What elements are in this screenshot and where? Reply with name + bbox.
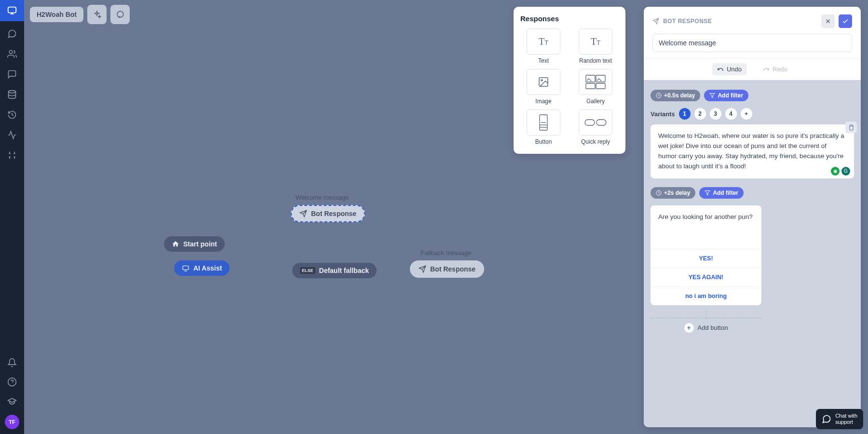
- else-tag: ELSE: [300, 267, 315, 274]
- history-icon[interactable]: [6, 109, 18, 121]
- response-type-gallery[interactable]: Gallery: [572, 69, 619, 105]
- add-button-row[interactable]: + Add button: [651, 318, 761, 333]
- flows-icon[interactable]: [6, 28, 18, 40]
- confirm-panel-button[interactable]: [839, 14, 852, 28]
- users-icon[interactable]: [6, 48, 18, 60]
- button-card-prompt[interactable]: Are you looking for another pun?: [651, 205, 761, 249]
- variant-2[interactable]: 2: [694, 108, 706, 120]
- bot-response-node-fallback[interactable]: Bot Response: [410, 260, 484, 278]
- database-icon[interactable]: [6, 89, 18, 100]
- response-type-button[interactable]: Button: [520, 109, 567, 145]
- start-point-node[interactable]: Start point: [164, 236, 225, 252]
- response-type-text[interactable]: TT Text: [520, 28, 567, 64]
- delay-pill-2[interactable]: +2s delay: [651, 187, 695, 199]
- variant-3[interactable]: 3: [710, 108, 721, 120]
- sparkle-button[interactable]: [87, 5, 107, 24]
- card-button-3[interactable]: no i am boring: [651, 286, 761, 305]
- bot-response-label: Bot Response: [311, 210, 356, 217]
- bot-response-label-2: Bot Response: [430, 265, 475, 273]
- notifications-icon[interactable]: [6, 357, 18, 368]
- card-button-2[interactable]: YES AGAIN!: [651, 268, 761, 286]
- card-button-1[interactable]: YES!: [651, 249, 761, 268]
- svg-rect-8: [596, 75, 605, 82]
- redo-button: Redo: [758, 63, 792, 75]
- add-filter-pill-1[interactable]: Add filter: [704, 90, 748, 101]
- response-type-quick-reply[interactable]: Quick reply: [572, 109, 619, 145]
- integrations-icon[interactable]: [6, 149, 18, 161]
- test-chat-button[interactable]: [110, 5, 130, 24]
- svg-marker-18: [710, 94, 715, 98]
- message-text[interactable]: Welcome to H2woah, where our water is so…: [658, 131, 846, 172]
- undo-button[interactable]: Undo: [712, 63, 746, 75]
- plus-icon: +: [684, 323, 694, 333]
- response-name-input[interactable]: [652, 34, 852, 52]
- fallback-node-label: Fallback message: [412, 249, 480, 257]
- chat-widget-line2: support: [835, 419, 857, 425]
- user-avatar[interactable]: TF: [5, 415, 19, 429]
- add-variant-button[interactable]: +: [741, 108, 752, 120]
- svg-rect-10: [596, 83, 605, 89]
- response-type-image[interactable]: Image: [520, 69, 567, 105]
- delete-message-button[interactable]: [845, 122, 857, 133]
- bot-name-chip[interactable]: H2Woah Bot: [30, 7, 83, 22]
- help-icon[interactable]: [6, 376, 18, 388]
- message-text-card[interactable]: Welcome to H2woah, where our water is so…: [651, 124, 854, 178]
- button-card[interactable]: Are you looking for another pun? YES! YE…: [651, 205, 761, 305]
- start-point-label: Start point: [183, 240, 217, 248]
- svg-point-2: [9, 91, 16, 93]
- academy-icon[interactable]: [6, 395, 18, 407]
- bot-response-node-welcome[interactable]: Bot Response: [291, 205, 365, 222]
- ai-assist-node[interactable]: AI Assist: [174, 260, 230, 276]
- svg-marker-20: [705, 190, 710, 195]
- ai-assist-label: AI Assist: [193, 264, 222, 272]
- default-fallback-node[interactable]: ELSE Default fallback: [292, 263, 377, 278]
- grammarly-badge: G: [841, 167, 850, 176]
- svg-rect-0: [8, 7, 16, 13]
- svg-point-6: [541, 80, 542, 81]
- support-chat-widget[interactable]: Chat with support: [816, 409, 863, 429]
- svg-point-1: [9, 51, 13, 54]
- app-sidebar: TF: [0, 0, 24, 434]
- status-badge-green: ◉: [831, 167, 840, 176]
- analytics-icon[interactable]: [6, 129, 18, 141]
- close-panel-button[interactable]: [821, 14, 835, 28]
- add-filter-pill-2[interactable]: Add filter: [699, 187, 744, 199]
- panel-title: BOT RESPONSE: [652, 18, 712, 25]
- svg-rect-7: [586, 75, 595, 82]
- response-type-random-text[interactable]: TT Random text: [572, 28, 619, 64]
- delay-pill-1[interactable]: +0.5s delay: [651, 90, 700, 101]
- chat-widget-line1: Chat with: [835, 413, 857, 419]
- variants-row: Variants 1 2 3 4 +: [651, 108, 854, 120]
- default-fallback-label: Default fallback: [319, 267, 369, 274]
- variant-1[interactable]: 1: [679, 108, 691, 120]
- top-bar: H2Woah Bot: [24, 0, 130, 29]
- responses-panel: Responses TT Text TT Random text Image G…: [514, 7, 625, 154]
- variant-4[interactable]: 4: [725, 108, 737, 120]
- svg-rect-9: [586, 83, 595, 89]
- svg-rect-4: [183, 266, 189, 270]
- welcome-node-label: Welcome message: [288, 194, 356, 201]
- svg-rect-15: [585, 120, 595, 125]
- bot-response-editor-panel: BOT RESPONSE Undo Redo: [644, 7, 861, 427]
- svg-rect-16: [597, 120, 606, 125]
- chat-icon[interactable]: [6, 68, 18, 80]
- responses-title: Responses: [520, 14, 619, 23]
- app-logo[interactable]: [0, 0, 24, 21]
